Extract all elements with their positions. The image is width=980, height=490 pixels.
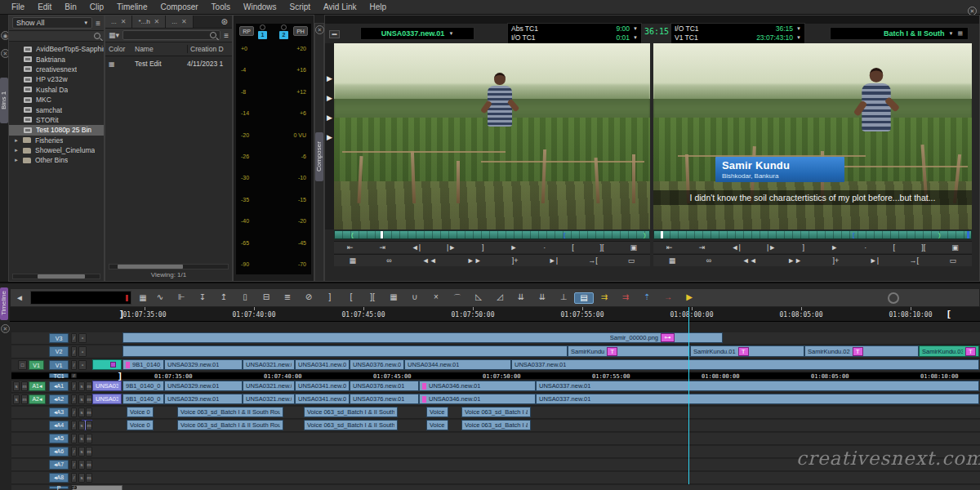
clip-voice-063-sd-batch-i-ii-south-rou[interactable]: Voice 063_sd_Batch I & II South Rou [304,420,398,430]
menu-help[interactable]: Help [363,2,394,11]
expand-arrow-icon[interactable]: ► [14,158,19,163]
track-solo-a5[interactable]: s [78,434,85,443]
clip-untitled[interactable] [122,345,568,357]
track-mute-a7[interactable]: m [86,460,92,470]
source-mute-a1[interactable]: m [21,381,28,391]
clip-unsa0337-new-01[interactable]: UNSA0337.new.01 [536,381,979,391]
record-track-a3[interactable]: ◂A3 [49,408,69,417]
track-mute-a3[interactable]: m [86,408,92,417]
track-monitor-v1[interactable]: ▫ [78,360,87,370]
transport-play-button[interactable]: ► [831,244,838,252]
source-monitor-toggle-v1[interactable]: □ [18,360,27,370]
track-patch-a2[interactable]: / [71,394,77,404]
bin-item-mkc[interactable]: MKC [9,95,104,105]
channel1-badge[interactable]: 1 [258,31,267,39]
clip-unsa0376-new-01[interactable]: UNSA0376.new.01 [350,359,404,370]
transport-fast-forward-button[interactable]: ►► [467,257,482,265]
transport-go-to-next-edit-button[interactable]: ]+ [512,257,519,265]
record-track-a5[interactable]: ◂A5 [49,434,69,443]
transport-play-button[interactable]: ► [510,244,518,252]
track-mute-a6[interactable]: m [86,447,92,457]
view-mode-icon[interactable]: ▦▾ [109,31,119,39]
transport-mark-clip-button[interactable]: ][ [600,244,604,252]
toolbar-align-edits-button[interactable]: ⇊ [532,292,553,304]
source-menu-icon[interactable]: ▬ [329,30,340,38]
track-patch-a8[interactable]: / [71,473,77,483]
menu-windows[interactable]: Windows [237,2,283,11]
toolbar-mark-out-button[interactable]: ] [319,292,341,304]
source-monitor-video[interactable] [334,43,650,229]
bin-item-kushal-da[interactable]: Kushal Da [9,85,104,95]
transport-full-screen-button[interactable]: ▭ [950,257,957,265]
record-track-a2[interactable]: ◂A2 [49,394,69,404]
transport-fast-forward-button[interactable]: ►► [787,257,802,265]
track-patch-a1[interactable]: / [71,381,77,391]
source-track-a2[interactable]: A2◂ [29,394,46,404]
record-track-v2[interactable]: V2 [49,346,69,357]
close-timeline-icon[interactable]: ✕ [1,324,10,333]
toolbar-lasso-button[interactable]: ⌒ [447,292,468,304]
clip-unsa0329-new-01[interactable]: UNSA0329.new.01 [164,359,243,370]
track-patch-v1[interactable]: / [71,360,77,370]
transport-add-marker-button[interactable]: · [543,244,546,252]
track-patch-p[interactable]: / [71,486,77,489]
toolbar-match-frame-button[interactable]: ∪ [404,292,425,304]
menu-edit[interactable]: Edit [31,2,58,11]
clip-unsa0376-new-01[interactable]: UNSA0376.new.01 [350,394,419,404]
transport-mark-clip-button[interactable]: ][ [921,244,925,252]
toolbar-extract-button[interactable]: ↥ [213,292,234,304]
transport-grid-button[interactable]: ▦ [350,257,357,265]
source-position-bar[interactable]: ( [ ) [334,230,650,239]
clip-voice-0[interactable]: Voice 0 [426,420,448,430]
record-track-a7[interactable]: ◂A7 [49,460,69,470]
menu-composer[interactable]: Composer [154,2,204,11]
transport-step-forward-button[interactable]: |► [447,244,456,252]
clip-unsa0376-new-01[interactable]: UNSA0376.new.01 [350,381,419,391]
track-patch-a4[interactable]: / [71,421,77,430]
toolbar-tilt-left-button[interactable]: ◺ [468,292,489,304]
bin-item-fisheries[interactable]: ►Fisheries [9,136,104,145]
fast-menu-arrow-icon[interactable]: ▶ [325,74,334,82]
track-mute-a2[interactable]: m [86,394,92,404]
transport-dual-split-button[interactable]: ▣ [630,244,638,252]
transport-step-back-button[interactable]: ◄| [732,244,741,252]
menu-timeline[interactable]: Timeline [110,2,154,11]
bin-item-storit[interactable]: STORit [9,115,104,125]
clip-samirkundu-01[interactable]: SamirKundu.01T [690,345,804,357]
track-solo-a3[interactable]: s [78,408,85,417]
clip-unsa0341-new-01[interactable]: UNSA0341.new.01 [295,394,350,404]
bin-search-input[interactable] [122,30,220,40]
bin-filter-select[interactable]: Show All ▼ [12,17,92,29]
transport-play-in-to-out-button[interactable]: →[ [910,257,920,265]
channel2-badge[interactable]: 2 [279,31,288,39]
track-monitor-v3[interactable]: ▫ [78,333,87,343]
menu-script[interactable]: Script [283,2,318,11]
clip-unsa0341-new-01[interactable]: UNSA0341.new.01 [295,381,350,391]
clip-unsa0337-new-01[interactable]: UNSA0337.new.01 [536,394,979,404]
record-track-a8[interactable]: ◂A8 [49,473,69,483]
source-mute-a2[interactable]: m [21,394,28,404]
toolbar-quick-transition-button[interactable]: ∿ [149,292,171,304]
column-color[interactable]: Color [109,45,135,53]
composer-titlebar[interactable] [325,16,979,24]
clip-unsa0341-new-01[interactable]: UNSA0341.new.01 [295,359,350,370]
transport-mark-out-button[interactable]: ] [482,244,484,252]
source-solo-a2[interactable]: s [13,394,20,404]
transport-go-to-out-button[interactable]: ⇥ [379,244,385,252]
transport-mark-in-button[interactable]: [ [572,244,574,252]
gear-icon[interactable] [888,292,899,304]
hamburger-icon[interactable]: ≡ [96,19,100,28]
source-clip-name[interactable]: UNSA0337.new.01 ▼ [360,27,474,40]
record-timecode-display[interactable]: I/O TC136:15▼ V1 TC123:07:43:10▼ [670,23,805,44]
toolbar-effect-mode-button[interactable]: ⊘ [298,292,319,304]
transport-go-to-in-button[interactable]: ⇤ [666,244,673,252]
transport-step-forward-button[interactable]: |► [767,244,776,252]
record-track-a1[interactable]: ◂A1 [49,381,69,391]
clip-samirkundu-03[interactable]: SamirKundu.03T [919,345,979,357]
fast-menu-arrow-icon[interactable]: ▶ [325,94,334,102]
close-composer-icon[interactable]: ✕ [315,25,324,34]
record-track-v3[interactable]: V3 [49,333,69,343]
source-track-v1[interactable]: V1 [29,360,44,370]
bin-item-showeel-cineluma[interactable]: ►Showeel_Cineluma [9,145,104,155]
bin-item-avidbeertop5-sapphiree[interactable]: AvidBeerTop5-SapphireE [9,44,104,54]
